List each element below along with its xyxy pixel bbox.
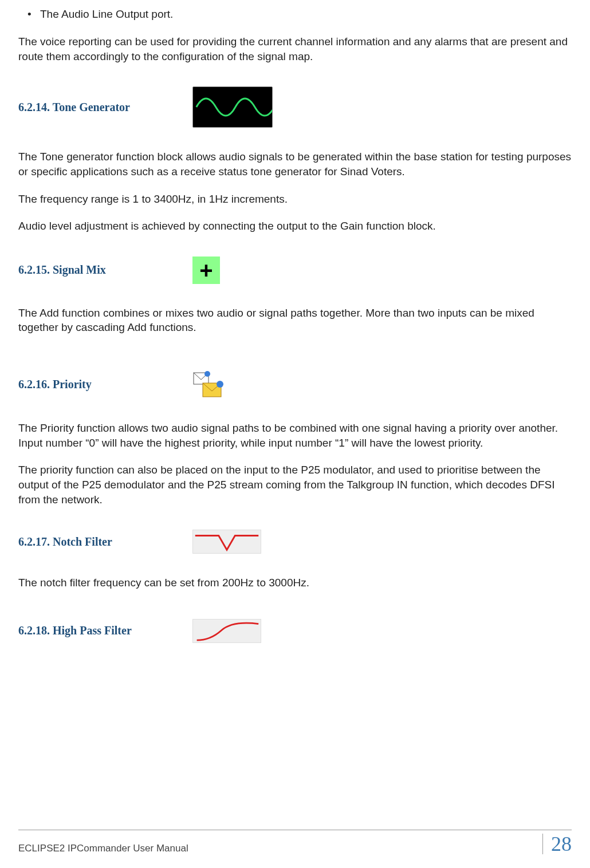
bullet-list: The Audio Line Output port. xyxy=(18,8,572,21)
heading-signal-mix: 6.2.15. Signal Mix xyxy=(18,263,156,277)
priority-p2: The priority function can also be placed… xyxy=(18,463,572,507)
svg-point-2 xyxy=(204,371,210,377)
tone-generator-p3: Audio level adjustment is achieved by co… xyxy=(18,219,572,234)
page-footer: ECLIPSE2 IPCommander User Manual 28 xyxy=(18,830,572,854)
page-number: 28 xyxy=(542,834,572,854)
heading-priority: 6.2.16. Priority xyxy=(18,378,156,391)
bullet-item: The Audio Line Output port. xyxy=(40,8,572,21)
tone-generator-p1: The Tone generator function block allows… xyxy=(18,149,572,179)
sine-wave-icon xyxy=(192,86,273,128)
plus-icon: + xyxy=(192,257,220,284)
intro-paragraph: The voice reporting can be used for prov… xyxy=(18,34,572,64)
svg-point-4 xyxy=(217,381,223,388)
signal-mix-p1: The Add function combines or mixes two a… xyxy=(18,306,572,335)
heading-high-pass: 6.2.18. High Pass Filter xyxy=(18,624,156,637)
heading-tone-generator: 6.2.14. Tone Generator xyxy=(18,101,156,114)
svg-rect-0 xyxy=(194,87,272,127)
priority-p1: The Priority function allows two audio s… xyxy=(18,421,572,450)
high-pass-filter-icon xyxy=(192,619,261,643)
tone-generator-p2: The frequency range is 1 to 3400Hz, in 1… xyxy=(18,192,572,207)
notch-filter-p1: The notch filter frequency can be set fr… xyxy=(18,575,572,590)
footer-title: ECLIPSE2 IPCommander User Manual xyxy=(18,843,188,854)
notch-filter-icon xyxy=(192,530,261,554)
envelope-priority-icon xyxy=(192,369,225,399)
heading-notch-filter: 6.2.17. Notch Filter xyxy=(18,535,156,549)
